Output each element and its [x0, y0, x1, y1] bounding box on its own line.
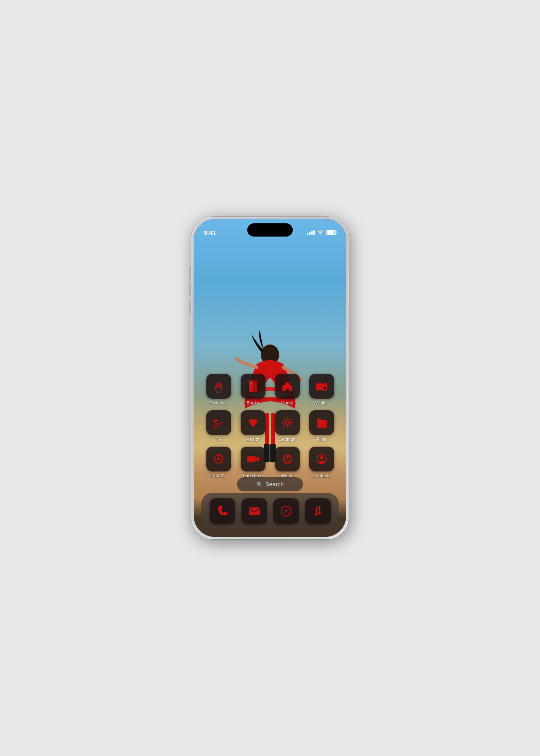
music-icon — [311, 505, 325, 518]
safari-icon — [280, 505, 293, 518]
volume-up-button[interactable] — [189, 283, 191, 296]
status-time: 9:41 — [204, 229, 216, 236]
svg-point-17 — [286, 421, 289, 424]
svg-rect-8 — [250, 385, 252, 385]
svg-point-0 — [261, 345, 279, 365]
svg-rect-12 — [317, 383, 326, 384]
svg-point-9 — [285, 382, 289, 386]
svg-point-6 — [217, 385, 220, 387]
signal-bar-3 — [311, 231, 313, 235]
files-label: Files — [317, 437, 326, 442]
home-label: Home — [281, 400, 293, 405]
findmy-label: Find My — [210, 473, 227, 478]
signal-bar-4 — [313, 230, 315, 235]
battery-icon — [326, 230, 336, 235]
tv-label: TV — [215, 437, 221, 442]
svg-point-28 — [320, 456, 323, 459]
app-item-health[interactable]: Health — [239, 410, 268, 442]
app-item-files[interactable]: Files — [307, 410, 336, 442]
volume-down-button[interactable] — [189, 301, 191, 314]
health-label: Health — [246, 437, 260, 442]
podcasts-icon[interactable] — [206, 374, 231, 399]
signal-bar-2 — [309, 232, 311, 235]
app-item-wallet[interactable]: Wallet — [307, 374, 336, 405]
battery-fill — [327, 231, 334, 234]
watch-icon[interactable] — [275, 447, 300, 471]
search-icon: 🔍 — [256, 481, 263, 488]
settings-label: Settings — [279, 437, 296, 442]
app-item-home[interactable]: Home — [273, 374, 302, 405]
facetime-icon[interactable] — [241, 447, 265, 471]
signal-icon — [307, 230, 315, 235]
wifi-icon — [317, 230, 324, 235]
podcasts-label: Podcasts — [209, 400, 228, 405]
app-item-facetime[interactable]: FaceTime — [239, 447, 268, 478]
app-grid: Podcasts Books — [194, 374, 346, 483]
app-item-contacts[interactable]: Contacts — [307, 447, 336, 478]
wallet-icon[interactable] — [309, 374, 334, 399]
files-icon[interactable] — [309, 410, 334, 435]
settings-icon[interactable] — [275, 410, 300, 435]
mute-button[interactable] — [189, 266, 191, 279]
svg-point-34 — [318, 512, 321, 514]
books-label: Books — [246, 400, 259, 405]
contacts-label: Contacts — [313, 473, 330, 478]
search-label: Search — [265, 481, 284, 488]
app-item-tv[interactable]: apple tv TV — [204, 410, 233, 442]
search-bar[interactable]: 🔍 Search — [237, 477, 303, 491]
app-row-3: Find My FaceTime — [201, 447, 339, 478]
signal-bar-1 — [307, 233, 308, 235]
dock — [201, 493, 339, 529]
app-item-watch[interactable]: Watch — [273, 447, 302, 478]
svg-rect-7 — [250, 383, 252, 384]
findmy-icon[interactable] — [206, 447, 231, 471]
tv-icon[interactable]: apple tv — [206, 410, 231, 435]
app-row-2: apple tv TV — [201, 410, 339, 442]
phone-icon — [216, 505, 229, 518]
svg-point-32 — [285, 511, 287, 512]
svg-point-20 — [218, 454, 220, 456]
dock-safari[interactable] — [273, 498, 299, 524]
mail-icon — [248, 505, 261, 518]
phone-screen: 9:41 — [194, 219, 346, 537]
contacts-icon[interactable] — [309, 447, 334, 471]
books-icon[interactable] — [241, 374, 265, 399]
app-item-findmy[interactable]: Find My — [204, 447, 233, 478]
app-item-books[interactable]: Books — [239, 374, 268, 405]
svg-text:tv: tv — [214, 424, 218, 429]
dock-mail[interactable] — [241, 498, 267, 524]
svg-rect-29 — [249, 507, 260, 515]
app-item-settings[interactable]: Settings — [273, 410, 302, 442]
phone-frame: 9:41 — [191, 217, 349, 539]
status-icons — [307, 230, 336, 235]
dock-music[interactable] — [305, 498, 331, 524]
svg-rect-13 — [323, 387, 326, 389]
app-item-podcasts[interactable]: Podcasts — [204, 374, 233, 405]
dock-phone[interactable] — [210, 498, 235, 524]
wallet-label: Wallet — [315, 400, 327, 405]
health-icon[interactable] — [241, 410, 265, 435]
dynamic-island — [247, 223, 293, 237]
home-icon[interactable] — [275, 374, 300, 399]
app-row-1: Podcasts Books — [201, 374, 339, 405]
svg-point-33 — [315, 513, 318, 516]
home-screen: 9:41 — [194, 219, 346, 537]
svg-rect-22 — [247, 456, 256, 462]
svg-point-19 — [217, 458, 220, 460]
